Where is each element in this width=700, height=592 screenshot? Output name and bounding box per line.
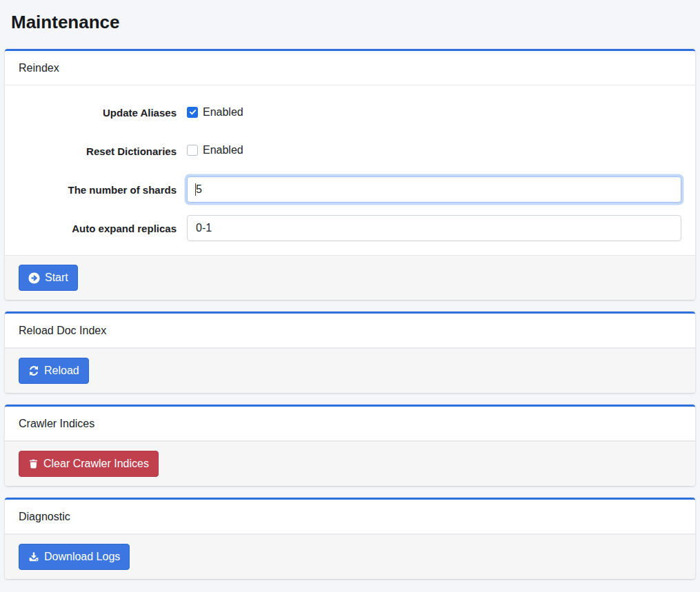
crawler-indices-card-footer: Clear Crawler Indices [5,441,695,486]
arrow-circle-right-icon [28,272,40,284]
reindex-card-footer: Start [5,255,695,300]
download-logs-button[interactable]: Download Logs [19,544,130,570]
number-of-shards-label: The number of shards [19,184,187,196]
clear-crawler-indices-button-label: Clear Crawler Indices [43,457,149,471]
crawler-indices-card-header: Crawler Indices [5,407,695,441]
reindex-card-header: Reindex [5,51,695,85]
auto-expand-replicas-input[interactable] [187,215,681,241]
trash-icon [28,458,39,469]
number-of-shards-input[interactable] [187,176,681,203]
reload-doc-index-card-footer: Reload [5,348,695,393]
download-logs-button-label: Download Logs [44,550,120,564]
number-of-shards-input-wrap [187,176,681,203]
text-caret [195,183,196,196]
update-aliases-label: Update Aliases [19,107,187,119]
update-aliases-row: Update Aliases Enabled [19,99,681,125]
reset-dictionaries-row: Reset Dictionaries Enabled [19,138,681,164]
reset-dictionaries-check-label[interactable]: Enabled [203,144,243,156]
number-of-shards-row: The number of shards [19,176,681,203]
auto-expand-replicas-row: Auto expand replicas [19,215,681,241]
reload-doc-index-card: Reload Doc Index Reload [5,312,695,393]
reset-dictionaries-value: Enabled [187,144,681,159]
maintenance-page: Maintenance Reindex Update Aliases Enabl… [0,0,700,579]
auto-expand-replicas-label: Auto expand replicas [19,223,187,234]
diagnostic-card-header: Diagnostic [5,500,695,534]
clear-crawler-indices-button[interactable]: Clear Crawler Indices [19,451,159,477]
sync-icon [28,365,39,376]
reset-dictionaries-label: Reset Dictionaries [19,145,187,157]
update-aliases-checkbox[interactable] [187,107,198,118]
diagnostic-card: Diagnostic Download Logs [5,498,695,579]
start-button[interactable]: Start [19,265,78,291]
diagnostic-card-footer: Download Logs [5,534,695,579]
auto-expand-replicas-input-wrap [187,215,681,241]
check-icon [189,108,197,116]
reload-button[interactable]: Reload [19,358,89,384]
crawler-indices-card: Crawler Indices Clear Crawler Indices [5,405,695,486]
update-aliases-check-label[interactable]: Enabled [203,106,243,119]
reindex-card: Reindex Update Aliases Enabled Reset Dic… [5,49,695,300]
reset-dictionaries-checkbox[interactable] [187,145,198,156]
update-aliases-check-wrap: Enabled [187,106,243,119]
reindex-card-body: Update Aliases Enabled Reset Dictionarie… [5,85,695,255]
page-title: Maintenance [5,0,695,49]
start-button-label: Start [45,271,68,285]
update-aliases-value: Enabled [187,106,681,119]
reload-doc-index-card-header: Reload Doc Index [5,314,695,348]
reset-dictionaries-check-wrap: Enabled [187,144,243,156]
reload-button-label: Reload [44,364,79,378]
download-icon [28,551,39,562]
